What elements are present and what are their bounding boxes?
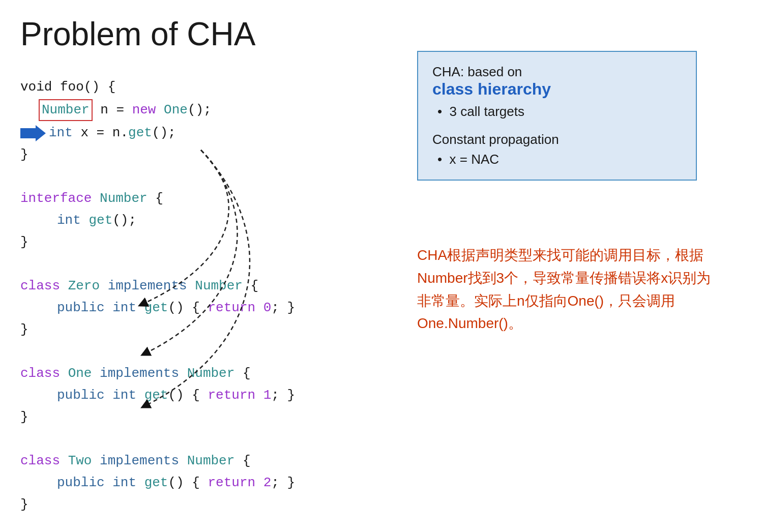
svg-marker-0 xyxy=(20,125,46,141)
page-title: Problem of CHA xyxy=(20,15,255,53)
number-boxed: Number xyxy=(39,99,93,121)
code-interface-1: interface Number { xyxy=(20,188,315,210)
code-two-3: } xyxy=(20,494,315,516)
spacer4 xyxy=(20,428,315,450)
info-box-section2: Constant propagation xyxy=(432,132,682,147)
info-box-title: CHA: based on xyxy=(432,64,682,80)
code-new-one: n = new One(); xyxy=(100,102,211,117)
spacer1 xyxy=(20,166,315,188)
kw-void: void foo() { xyxy=(20,79,115,95)
code-interface-2: int get(); xyxy=(20,210,315,231)
code-line-number-decl: Number n = new One(); xyxy=(20,98,315,122)
code-zero-3: } xyxy=(20,319,315,341)
info-box-highlight: class hierarchy xyxy=(432,80,682,99)
code-line-func1: void foo() { xyxy=(20,76,315,98)
code-one-2: public int get() { return 1; } xyxy=(20,385,315,406)
code-int-x: int x = n.get(); xyxy=(49,123,176,143)
blue-arrow-icon xyxy=(20,124,46,142)
code-panel: void foo() { Number n = new One(); int x… xyxy=(20,76,315,516)
info-box-bullet1: • 3 call targets xyxy=(432,104,682,120)
code-interface-3: } xyxy=(20,231,315,253)
chinese-explanation: CHA根据声明类型来找可能的调用目标，根据Number找到3个，导致常量传播错误… xyxy=(417,244,722,335)
cha-info-box: CHA: based on class hierarchy • 3 call t… xyxy=(417,51,697,181)
info-box-bullet2: • x = NAC xyxy=(432,152,682,167)
spacer3 xyxy=(20,341,315,363)
code-one-1: class One implements Number { xyxy=(20,363,315,385)
code-zero-2: public int get() { return 0; } xyxy=(20,297,315,319)
code-zero-1: class Zero implements Number { xyxy=(20,275,315,297)
spacer2 xyxy=(20,253,315,275)
code-two-2: public int get() { return 2; } xyxy=(20,472,315,494)
code-one-3: } xyxy=(20,406,315,428)
code-line-close-func: } xyxy=(20,144,315,166)
code-two-1: class Two implements Number { xyxy=(20,450,315,472)
code-line-get: int x = n.get(); xyxy=(20,122,315,144)
